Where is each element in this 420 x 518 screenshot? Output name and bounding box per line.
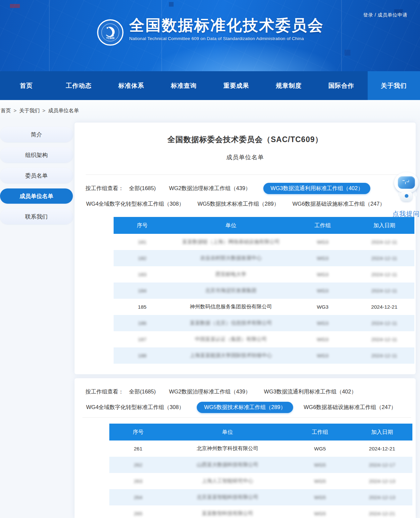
col-header-no: 序号 <box>109 429 167 436</box>
filter-all[interactable]: 全部(1685) <box>129 183 157 194</box>
workgroup-filter-2: 按工作组查看： 全部(1685) WG2数据治理标准工作组（439） WG3数据… <box>75 378 416 413</box>
site-subtitle-en: National Technical Committee 609 on Data… <box>129 36 324 41</box>
cell-no: 261 <box>109 446 167 452</box>
sidebar-menu: 简介 组织架构 委员名单 成员单位名单 联系我们 <box>0 127 73 230</box>
divider <box>82 417 411 418</box>
cell-date: 2024-12-21 <box>352 446 412 452</box>
workgroup-filter-1: 按工作组查看： 全部(1685) WG2数据治理标准工作组（439） WG3数据… <box>75 175 416 210</box>
nav-item-regulations[interactable]: 规章制度 <box>263 71 315 100</box>
sidebar-item-structure[interactable]: 组织架构 <box>0 147 73 163</box>
table-row: 183西安邮电大学WG32024-12-11 <box>114 266 414 283</box>
member-table-wg3: 序号 单位 工作组 加入日期 181某某数据链（上海）网络基础设施有限公司WG3… <box>114 217 414 364</box>
table-row: 263上海人工智能研究中心WG52024-12-13 <box>109 473 412 489</box>
site-banner: 登录 / 成员单位申请 TC609 全国数据标准化技术委员会 National … <box>0 0 420 71</box>
table-row-highlight: 185神州数码信息服务集团股份有限公司WG32024-12-21 <box>114 299 414 315</box>
cell-no: 264 <box>109 494 167 500</box>
filter-wg6[interactable]: WG6数据基础设施标准工作组（247） <box>292 198 386 210</box>
cell-unit: 北京某某智能科技有限公司 <box>167 494 288 501</box>
page-title: 全国数据标委会技术委员会（SAC/TC609） <box>75 123 416 145</box>
nav-item-work-news[interactable]: 工作动态 <box>53 71 105 100</box>
cell-no: 187 <box>114 337 171 342</box>
cell-no: 186 <box>114 320 171 326</box>
cell-wg: WG5 <box>288 511 352 517</box>
table-row: 265某某数智科技有限公司WG52024-12-21 <box>109 505 412 518</box>
filter-wg5[interactable]: WG5数据技术标准工作组（289） <box>197 198 280 210</box>
cell-wg: WG5 <box>288 462 352 468</box>
table-row: 184北京市海淀区发展集团WG32024-12-11 <box>114 283 414 299</box>
filter-wg5[interactable]: WG5数据技术标准工作组（289） <box>197 402 293 413</box>
filter-all[interactable]: 全部(1685) <box>129 386 157 397</box>
filter-wg3[interactable]: WG3数据流通利用标准工作组（402） <box>263 183 371 194</box>
cell-date: 2024-12-21 <box>354 304 414 310</box>
svg-text:TC609: TC609 <box>106 37 115 40</box>
filter-label: 按工作组查看： <box>85 388 124 395</box>
table-row: 187中国某某认证（集团）有限公司WG32024-12-11 <box>114 331 414 347</box>
cell-unit: 山西某大数据科技有限公司 <box>167 461 288 468</box>
cell-wg: WG3 <box>291 337 354 342</box>
nav-item-standard-search[interactable]: 标准查询 <box>158 71 210 100</box>
nav-item-achievements[interactable]: 重要成果 <box>210 71 263 100</box>
nav-item-international[interactable]: 国际合作 <box>315 71 368 100</box>
table-row: 262山西某大数据科技有限公司WG52024-12-17 <box>109 457 412 473</box>
cell-date: 2024-12-11 <box>354 239 414 245</box>
table-row: 188上海某某能源大学国际技术转移中心WG32024-12-11 <box>114 347 414 364</box>
nav-item-home[interactable]: 首页 <box>0 71 53 100</box>
member-table-wg5: 序号 单位 工作组 加入日期 261北京神州数字科技有限公司WG52024-12… <box>109 424 412 518</box>
cell-date: 2024-12-11 <box>354 353 414 359</box>
table-row: 181某某数据链（上海）网络基础设施有限公司WG32024-12-11 <box>114 234 414 250</box>
mascot-body <box>400 191 412 201</box>
banner-deco <box>344 50 350 56</box>
nav-item-standard-system[interactable]: 标准体系 <box>105 71 158 100</box>
nav-item-about-us[interactable]: 关于我们 <box>368 71 420 100</box>
sidebar-item-contact[interactable]: 联系我们 <box>0 209 73 224</box>
cell-date: 2024-12-11 <box>354 320 414 326</box>
cell-wg: WG3 <box>291 239 354 245</box>
cell-wg: WG5 <box>288 494 352 500</box>
breadcrumb-about[interactable]: 关于我们 <box>19 108 40 113</box>
col-header-unit: 单位 <box>171 222 291 229</box>
ask-me-button[interactable]: 点我提问 <box>390 209 420 218</box>
cell-no: 182 <box>114 255 171 261</box>
filter-wg2[interactable]: WG2数据治理标准工作组（439） <box>168 386 251 397</box>
cell-wg: WG5 <box>288 446 352 452</box>
cell-no: 181 <box>114 239 171 245</box>
cell-no: 183 <box>114 272 171 278</box>
member-list-panel-wg3: 全国数据标委会技术委员会（SAC/TC609） 成员单位名单 按工作组查看： 全… <box>75 123 416 374</box>
site-title: 全国数据标准化技术委员会 <box>129 17 324 34</box>
filter-wg4[interactable]: WG4全域数字化转型标准工作组（308） <box>85 198 185 210</box>
table-row: 264北京某某智能科技有限公司WG52024-12-13 <box>109 489 412 505</box>
sidebar-item-committee-list[interactable]: 委员名单 <box>0 168 73 183</box>
cell-wg: WG3 <box>291 288 354 294</box>
filter-wg6[interactable]: WG6数据基础设施标准工作组（247） <box>303 402 397 413</box>
filter-wg2[interactable]: WG2数据治理标准工作组（439） <box>168 183 251 194</box>
sidebar-item-intro[interactable]: 简介 <box>0 127 73 142</box>
table-header: 序号 单位 工作组 加入日期 <box>114 217 414 234</box>
col-header-no: 序号 <box>114 222 171 229</box>
banner-deco <box>10 4 20 8</box>
table-row-highlight: 261北京神州数字科技有限公司WG52024-12-21 <box>109 440 412 457</box>
cell-wg: WG3 <box>291 320 354 326</box>
cell-date: 2024-12-11 <box>354 337 414 342</box>
breadcrumb-separator: > <box>14 108 17 113</box>
cell-no: 188 <box>114 353 171 359</box>
cell-unit: 中国某某认证（集团）有限公司 <box>171 336 291 343</box>
filter-wg3[interactable]: WG3数据流通利用标准工作组（402） <box>263 386 357 397</box>
breadcrumb-home[interactable]: 首页 <box>1 108 11 113</box>
cell-no: 265 <box>109 511 167 517</box>
chat-assistant-mascot-icon[interactable] <box>394 172 419 203</box>
filter-wg4[interactable]: WG4全域数字化转型标准工作组（308） <box>85 402 185 413</box>
col-header-wg: 工作组 <box>288 429 352 436</box>
cell-date: 2024-12-11 <box>354 288 414 294</box>
breadcrumb-current: 成员单位名单 <box>48 108 79 113</box>
sidebar-item-member-units[interactable]: 成员单位名单 <box>0 188 73 204</box>
mascot-head <box>394 172 419 193</box>
cell-date: 2024-12-11 <box>354 255 414 261</box>
breadcrumb: 首页>关于我们>成员单位名单 <box>0 100 420 120</box>
col-header-date: 加入日期 <box>354 222 414 229</box>
login-apply-link[interactable]: 登录 / 成员单位申请 <box>363 12 407 18</box>
cell-wg: WG3 <box>291 304 354 310</box>
cell-unit: 某某数智科技有限公司 <box>167 510 288 517</box>
cell-unit: 上海某某能源大学国际技术转移中心 <box>171 352 291 359</box>
cell-wg: WG5 <box>288 478 352 484</box>
cell-date: 2024-12-11 <box>354 272 414 278</box>
